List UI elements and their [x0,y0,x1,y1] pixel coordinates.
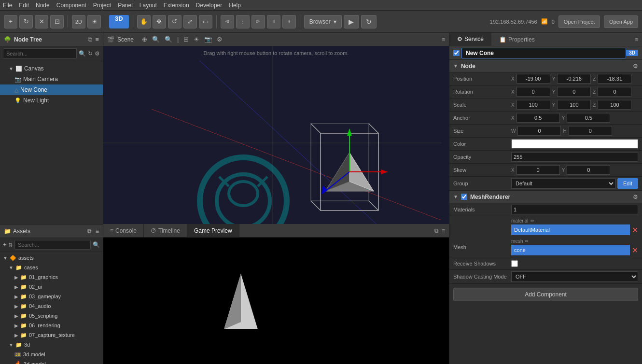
rotate-tool[interactable]: ↺ [168,15,181,28]
position-z-input[interactable] [598,74,631,84]
asset-06-rendering[interactable]: ▶ 📁 06_rendering [0,321,103,330]
move-tool[interactable]: ✥ [153,15,166,28]
search-icon[interactable]: 🔍 [79,50,86,57]
mesh-remove-icon[interactable]: ✕ [632,246,638,255]
tree-item-canvas[interactable]: ▼ ⬜ Canvas [0,63,103,74]
node-enabled-checkbox[interactable] [453,50,460,56]
menu-component[interactable]: Component [56,2,86,9]
align-left[interactable]: ⫷ [221,15,234,28]
size-h-input[interactable] [569,126,612,136]
asset-root[interactable]: ▼ 🔶 assets [0,253,103,263]
panel-menu-icon-bottom[interactable]: ≡ [442,227,445,234]
node-section-gear[interactable]: ⚙ [633,63,638,70]
menu-extension[interactable]: Extension [164,2,189,9]
rotation-x-input[interactable] [516,87,550,97]
camera-icon-tb[interactable]: 📷 [203,36,213,43]
material-link-icon[interactable]: ✏ [530,218,534,224]
menu-project[interactable]: Project [93,2,111,9]
rotation-z-input[interactable] [598,87,631,97]
scale-z-input[interactable] [598,100,631,110]
add-component-button[interactable]: Add Component [453,288,638,301]
mesh-link-icon[interactable]: ✏ [525,238,529,244]
shadow-casting-select[interactable]: OFF ON [511,271,638,282]
refresh-icon[interactable]: ↻ [88,50,93,57]
zoom-in-icon[interactable]: 🔍 [163,36,174,43]
menu-help[interactable]: Help [229,2,241,9]
mesh-name-input[interactable] [511,245,630,255]
group-edit-button[interactable]: Edit [617,178,638,189]
settings-tb-icon[interactable]: ⚙ [215,36,224,43]
play-button[interactable]: ▶ [344,15,359,28]
tree-item-main-camera[interactable]: 📷 Main Camera [0,74,103,84]
gizmo-icon[interactable]: | [176,36,180,43]
skew-x-input[interactable] [516,165,560,175]
panel-close-icon[interactable]: ≡ [95,36,99,43]
align-top[interactable]: ⫴ [267,15,280,28]
settings-icon[interactable]: ⚙ [95,50,100,57]
close-button[interactable]: ✕ [35,15,48,28]
panel-copy-icon-bottom[interactable]: ⧉ [434,227,439,234]
rect-tool[interactable]: ▭ [199,15,212,28]
assets-sort-icon[interactable]: ⇅ [8,242,13,248]
assets-add-icon[interactable]: + [3,241,6,248]
size-w-input[interactable] [517,126,561,136]
asset-03-gameplay[interactable]: ▶ 📁 03_gameplay [0,292,103,301]
material-name-input[interactable] [511,224,630,235]
open-app-button[interactable]: Open App [604,15,638,28]
assets-menu-icon[interactable]: ≡ [96,228,99,235]
node-name-input[interactable] [461,48,626,58]
scale-y-input[interactable] [557,100,591,110]
mesh-section-gear[interactable]: ⚙ [633,194,638,200]
open-project-button[interactable]: Open Project [558,15,600,28]
right-panel-menu-icon[interactable]: ≡ [635,36,638,43]
position-x-input[interactable] [516,74,550,84]
refresh-run-button[interactable]: ↻ [361,15,377,28]
tab-game-preview[interactable]: Game Preview [187,224,239,238]
anchor-y-input[interactable] [567,113,610,123]
menu-file[interactable]: File [3,2,12,9]
scale-x-input[interactable] [516,100,550,110]
tree-item-new-cone[interactable]: △ New Cone [0,84,103,95]
tab-timeline[interactable]: ⏱ Timeline [144,224,187,238]
menu-edit[interactable]: Edit [19,2,29,9]
anchor-x-input[interactable] [516,113,560,123]
menu-layout[interactable]: Layout [140,2,157,9]
grid-button[interactable]: ⊞ [87,15,101,28]
game-preview-area[interactable] [103,238,449,364]
tab-service[interactable]: ⚙ Service [449,33,491,46]
zoom-out-icon[interactable]: 🔍 [151,36,161,43]
assets-search-icon[interactable]: 🔍 [93,241,100,248]
asset-3d[interactable]: ▼ 📁 3d [0,340,103,350]
assets-search-input[interactable] [14,240,91,250]
menu-panel[interactable]: Panel [118,2,133,9]
add-button[interactable]: + [4,15,17,28]
materials-count-input[interactable] [511,205,638,214]
tab-properties[interactable]: 📋 Properties [491,33,543,46]
asset-01-graphics[interactable]: ▶ 📁 01_graphics [0,272,103,282]
refresh-button[interactable]: ↻ [19,15,33,28]
2d-button[interactable]: 2D [72,15,85,28]
tree-item-new-light[interactable]: 💡 New Light [0,95,103,106]
material-remove-icon[interactable]: ✕ [632,225,638,235]
asset-cases[interactable]: ▼ 📁 cases [0,263,103,272]
rotation-y-input[interactable] [557,87,591,97]
color-swatch[interactable] [511,139,638,149]
skew-y-input[interactable] [567,165,610,175]
meshrenderer-section-header[interactable]: ▼ MeshRenderer ⚙ [449,191,642,203]
zoom-fit-icon[interactable]: ⊕ [140,36,149,43]
align-center[interactable]: ⋮ [236,15,250,28]
assets-copy-icon[interactable]: ⧉ [87,228,92,235]
node-search-input[interactable] [3,48,77,59]
group-select[interactable]: Default [511,178,615,189]
asset-3d-model-js[interactable]: JS 3d-model [0,350,103,359]
meshrenderer-enabled-checkbox[interactable] [461,194,467,200]
scene-menu-icon[interactable]: ≡ [442,36,445,43]
asset-07-capture[interactable]: ▶ 📁 07_capture_texture [0,330,103,340]
tab-console[interactable]: ≡ Console [103,224,144,238]
light-toggle-icon[interactable]: ☀ [192,36,201,43]
scale-tool[interactable]: ⤢ [183,15,197,28]
asset-02-ui[interactable]: ▶ 📁 02_ui [0,282,103,292]
opacity-input[interactable] [511,152,638,162]
asset-05-scripting[interactable]: ▶ 📁 05_scripting [0,311,103,321]
scene-canvas[interactable]: Drag with right mouse button to rotate c… [103,46,449,224]
